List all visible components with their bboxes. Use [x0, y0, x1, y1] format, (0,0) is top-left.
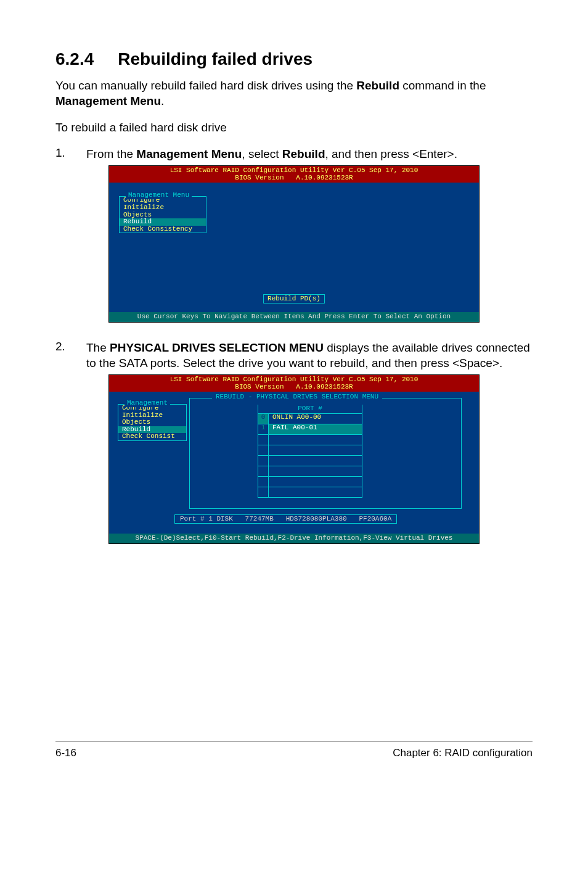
intro-paragraph-1: You can manually rebuild failed hard dis…: [55, 78, 533, 109]
bios-header-line1: LSI Software RAID Configuration Utility …: [170, 167, 419, 174]
management-menu-title: Management: [125, 400, 170, 407]
text: , and then press <Enter>.: [325, 147, 457, 160]
bold-management-menu: Management Menu: [55, 94, 161, 107]
step-text: From the Management Menu, select Rebuild…: [86, 146, 457, 162]
page-number: 6-16: [55, 747, 76, 759]
port-row-empty: [258, 435, 362, 445]
port-row-empty: [258, 487, 362, 498]
text: , select: [242, 147, 282, 160]
management-menu[interactable]: Management Configure Initialize Objects …: [118, 404, 187, 441]
bold-rebuild: Rebuild: [282, 147, 325, 160]
section-title-text: Rebuilding failed drives: [118, 49, 312, 68]
step-2: 2. The PHYSICAL DRIVES SELECTION MENU di…: [55, 340, 533, 371]
bold-physical-drives-menu: PHYSICAL DRIVES SELECTION MENU: [110, 341, 324, 354]
port-row-empty: [258, 445, 362, 456]
page-footer: 6-16 Chapter 6: RAID configuration: [55, 741, 533, 759]
bios-screenshot-1: LSI Software RAID Configuration Utility …: [108, 165, 480, 323]
port-index: 0: [258, 414, 269, 424]
section-heading: 6.2.4 Rebuilding failed drives: [55, 49, 533, 69]
physical-drives-selection-panel: REBUILD - PHYSICAL DRIVES SELECTION MENU…: [189, 398, 462, 509]
tooltip-rebuild-pd: Rebuild PD(s): [263, 294, 325, 304]
port-row-empty: [258, 477, 362, 487]
intro-paragraph-2: To rebuild a failed hard disk drive: [55, 120, 533, 135]
text: command in the: [399, 79, 486, 92]
bios-header-line2: BIOS Version A.10.09231523R: [235, 383, 353, 390]
text: .: [161, 94, 164, 107]
bios-header-line1: LSI Software RAID Configuration Utility …: [170, 376, 419, 383]
bios-footer: Use Cursor Keys To Navigate Between Item…: [109, 312, 479, 322]
step-number: 1.: [55, 146, 86, 162]
port-index: 1: [258, 424, 269, 434]
section-number: 6.2.4: [55, 49, 94, 68]
bios-screenshot-2: LSI Software RAID Configuration Utility …: [108, 374, 480, 544]
menu-item-check-consist[interactable]: Check Consist: [118, 433, 186, 440]
bios-main-area: Management Menu Configure Initialize Obj…: [109, 183, 479, 312]
text: From the: [86, 147, 136, 160]
bios-header-line2: BIOS Version A.10.09231523R: [235, 174, 353, 181]
menu-item-rebuild[interactable]: Rebuild: [120, 218, 206, 226]
chapter-label: Chapter 6: RAID configuration: [393, 747, 533, 759]
text: The: [86, 341, 110, 354]
drive-info-bar: Port # 1 DISK 77247MB HDS728080PLA380 PF…: [174, 514, 397, 524]
bios-footer: SPACE-(De)Select,F10-Start Rebuild,F2-Dr…: [109, 534, 479, 543]
port-table-header: PORT #: [258, 405, 362, 414]
panel-title: REBUILD - PHYSICAL DRIVES SELECTION MENU: [212, 394, 382, 401]
bios-main-area: Management Configure Initialize Objects …: [109, 392, 479, 534]
step-text: The PHYSICAL DRIVES SELECTION MENU displ…: [86, 340, 533, 371]
text: You can manually rebuild failed hard dis…: [55, 79, 356, 92]
port-row-0[interactable]: 0 ONLIN A00-00: [258, 414, 362, 424]
port-value: ONLIN A00-00: [269, 414, 362, 424]
port-row-1[interactable]: 1 FAIL A00-01: [258, 424, 362, 435]
bios-header: LSI Software RAID Configuration Utility …: [109, 375, 479, 392]
port-value: FAIL A00-01: [269, 424, 362, 434]
bios-header: LSI Software RAID Configuration Utility …: [109, 166, 479, 183]
menu-item-initialize[interactable]: Initialize: [120, 204, 206, 212]
port-row-empty: [258, 456, 362, 466]
management-menu[interactable]: Management Menu Configure Initialize Obj…: [119, 196, 206, 233]
bold-management-menu: Management Menu: [136, 147, 242, 160]
port-row-empty: [258, 466, 362, 477]
management-menu-title: Management Menu: [126, 192, 192, 199]
step-number: 2.: [55, 340, 86, 371]
step-1: 1. From the Management Menu, select Rebu…: [55, 146, 533, 162]
port-table: PORT # 0 ONLIN A00-00 1 FAIL A00-01: [258, 405, 362, 498]
bold-rebuild: Rebuild: [356, 79, 399, 92]
menu-item-check-consistency[interactable]: Check Consistency: [120, 226, 206, 233]
